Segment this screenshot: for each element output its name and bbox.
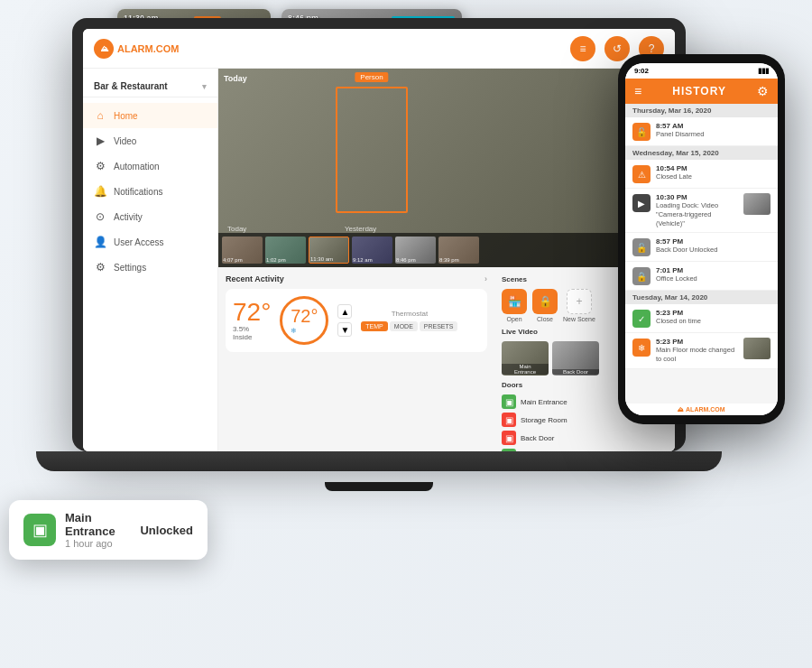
mobile-filter-icon[interactable]: ⚙ [757, 84, 769, 98]
recent-activity-header: Recent Activity › [226, 274, 487, 283]
sidebar-item-home[interactable]: ⌂ Home [83, 103, 217, 128]
door-back-door[interactable]: ▣ Back Door [502, 431, 668, 445]
notification-door-icon: ▣ [23, 514, 56, 546]
history-time-loading-dock: 10:30 PM [656, 193, 738, 201]
recent-activity-chevron[interactable]: › [484, 274, 487, 283]
topbar-menu-icon[interactable]: ≡ [570, 36, 595, 61]
history-content-closed-ontime: 5:23 PM Closed on time [656, 309, 770, 326]
thermostat-circle[interactable]: 72° ❄ [280, 296, 328, 345]
history-content-closed-late: 10:54 PM Closed Late [656, 164, 770, 181]
history-date-tue: Tuesday, Mar 14, 2020 [625, 291, 778, 304]
history-content-loading-dock: 10:30 PM Loading Dock: Video "Camera-tri… [656, 193, 738, 227]
history-date-thu: Thursday, Mar 16, 2020 [625, 104, 778, 117]
sidebar-item-activity[interactable]: ⊙ Activity [83, 204, 217, 229]
thermostat-temp-info: 72° 3.5% Inside [233, 300, 271, 341]
history-text-back-door: Back Door Unlocked [656, 246, 770, 255]
tab-mode[interactable]: MODE [390, 321, 418, 331]
thermostat-down-button[interactable]: ▼ [337, 322, 352, 337]
history-icon-loading-dock: ▶ [632, 194, 651, 212]
tab-temp[interactable]: TEMP [361, 321, 387, 331]
tab-presets[interactable]: PRESETS [420, 321, 458, 331]
mobile-time: 9:02 [634, 67, 649, 75]
sidebar-org[interactable]: Bar & Restaurant ▾ [83, 76, 217, 97]
scene-open-button[interactable]: 🏪 Open [502, 289, 527, 322]
live-cam-back-door[interactable]: Back Door [552, 341, 599, 376]
org-chevron: ▾ [202, 82, 207, 91]
history-item-office-locked[interactable]: 🔒 7:01 PM Office Locked [625, 262, 778, 291]
mobile-screen: 9:02 ▮▮▮ ≡ HISTORY ⚙ Thursday, Mar 16, 2… [625, 63, 778, 415]
thumb-5[interactable]: 8:39 pm [438, 237, 479, 264]
history-text-closed-ontime: Closed on time [656, 317, 770, 326]
door-back-icon: ▣ [502, 431, 516, 445]
thumb-0[interactable]: 4:07 pm [222, 237, 263, 264]
live-cam-main-label: MainEntrance [502, 364, 549, 375]
thumb-4[interactable]: 8:46 pm [395, 237, 436, 264]
history-item-closed-ontime[interactable]: ✓ 5:23 PM Closed on time [625, 304, 778, 333]
scene-close-button[interactable]: 🔒 Close [532, 289, 558, 322]
scene-add-label: New Scene [563, 316, 595, 322]
home-icon: ⌂ [94, 109, 106, 122]
history-icon-closed-late: ⚠ [632, 165, 651, 183]
mobile-menu-icon[interactable]: ≡ [634, 84, 641, 98]
sidebar-item-notifications[interactable]: 🔔 Notifications [83, 179, 217, 204]
sidebar-item-video[interactable]: ▶ Video [83, 128, 217, 153]
live-cam-main-entrance[interactable]: MainEntrance [502, 341, 549, 376]
history-content-disarmed: 8:57 AM Panel Disarmed [656, 122, 770, 139]
history-time-closed-ontime: 5:23 PM [656, 309, 770, 317]
mobile-header: ≡ HISTORY ⚙ [625, 79, 778, 104]
notification-content: Main Entrance 1 hour ago [65, 511, 131, 549]
history-item-panel-disarmed[interactable]: 🔓 8:57 AM Panel Disarmed [625, 117, 778, 146]
notification-popup[interactable]: ▣ Main Entrance 1 hour ago Unlocked [9, 500, 208, 560]
door-storage-label: Storage Room [521, 416, 567, 424]
scenes-label: Scenes [502, 275, 527, 283]
sidebar-activity-label: Activity [114, 212, 143, 222]
thumb-1[interactable]: 1:02 pm [265, 237, 306, 264]
mobile-body: Thursday, Mar 16, 2020 🔓 8:57 AM Panel D… [625, 104, 778, 404]
history-thumb-floor-mode [743, 338, 770, 359]
video-icon: ▶ [94, 135, 106, 147]
humidity-value: 3.5% [233, 325, 249, 333]
thumb-3[interactable]: 9:12 am [352, 237, 392, 264]
history-item-loading-dock[interactable]: ▶ 10:30 PM Loading Dock: Video "Camera-t… [625, 189, 778, 233]
laptop-notch [325, 482, 433, 491]
scene-add-button[interactable]: + New Scene [563, 289, 595, 322]
laptop-shell: ⛰ ALARM.COM ≡ ↺ ? Bar & Restaurant ▾ ⌂ H… [72, 18, 686, 451]
thumb-1-time: 1:02 pm [266, 257, 286, 263]
history-item-back-door[interactable]: 🔓 8:57 PM Back Door Unlocked [625, 233, 778, 262]
sidebar-item-automation[interactable]: ⚙ Automation [83, 153, 217, 179]
thumb-5-time: 8:39 pm [439, 257, 459, 263]
history-item-floor-mode[interactable]: ❄ 5:23 PM Main Floor mode changed to coo… [625, 333, 778, 369]
thermostat-label: Thermostat [361, 310, 457, 318]
sidebar-item-useraccess[interactable]: 👤 User Access [83, 229, 217, 255]
thermostat-box: 72° 3.5% Inside 72° ❄ [226, 289, 487, 352]
thumb-4-time: 8:46 pm [396, 257, 416, 263]
thermostat-temp-big: 72° [233, 300, 271, 325]
thermostat-controls: ▲ ▼ [337, 304, 352, 337]
thermostat-tabs: TEMP MODE PRESETS [361, 321, 457, 331]
door-back-label: Back Door [521, 434, 554, 442]
scene-close-label: Close [537, 316, 553, 322]
history-content-office-locked: 7:01 PM Office Locked [656, 266, 770, 283]
inside-label: Inside [233, 333, 252, 341]
brand-name: ALARM.COM [117, 43, 179, 54]
panel-left: Recent Activity › 72° 3.5% Inside [218, 267, 494, 451]
history-text-office-locked: Office Locked [656, 274, 770, 283]
history-thumb-loading-dock [743, 193, 770, 215]
mobile-phone-shell: 9:02 ▮▮▮ ≡ HISTORY ⚙ Thursday, Mar 16, 2… [618, 54, 785, 424]
thermostat-up-button[interactable]: ▲ [337, 304, 352, 319]
history-item-closed-late[interactable]: ⚠ 10:54 PM Closed Late [625, 160, 778, 189]
topbar-refresh-icon[interactable]: ↺ [604, 36, 630, 61]
laptop-base [36, 451, 722, 471]
camera-feed[interactable]: Today Today Yesterday Person 4:07 pm 1:0… [218, 69, 675, 267]
person-detection-label: Person [355, 72, 388, 82]
sidebar-item-settings[interactable]: ⚙ Settings [83, 255, 217, 280]
sidebar-automation-label: Automation [114, 162, 160, 172]
scene-add-icon: + [567, 289, 592, 314]
sidebar-useraccess-label: User Access [114, 237, 164, 247]
history-time-floor-mode: 5:23 PM [656, 338, 738, 346]
history-icon-floor-mode: ❄ [632, 339, 651, 357]
mobile-status-bar: 9:02 ▮▮▮ [625, 63, 778, 79]
history-icon-disarmed: 🔓 [632, 123, 651, 141]
thermostat-mode-icon: ❄ [291, 327, 318, 335]
thumb-2[interactable]: 11:30 am [309, 237, 349, 264]
